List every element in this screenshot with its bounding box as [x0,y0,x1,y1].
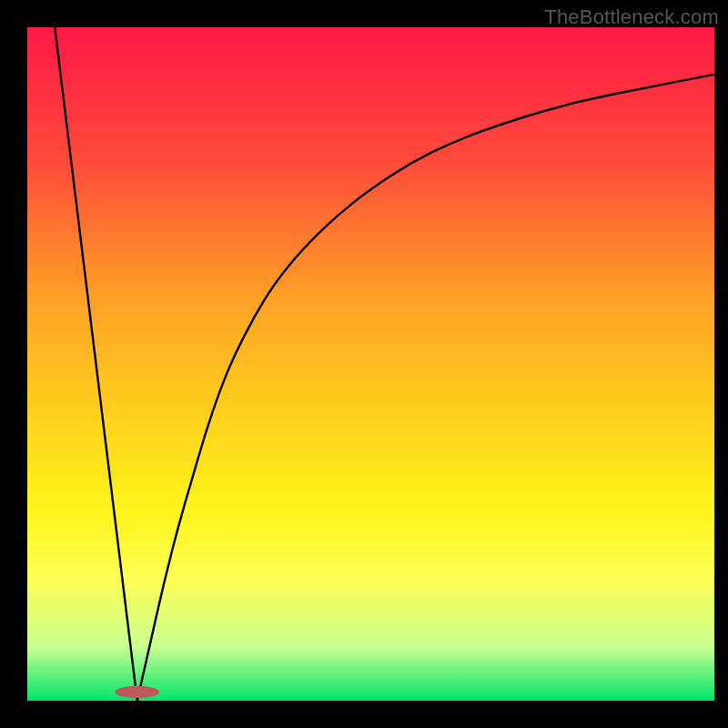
watermark-text: TheBottleneck.com [544,5,719,29]
gradient-background [27,27,714,701]
chart-svg [27,27,714,701]
plot-area [27,27,714,701]
minimum-marker [116,686,159,698]
chart-frame: TheBottleneck.com [0,0,728,728]
